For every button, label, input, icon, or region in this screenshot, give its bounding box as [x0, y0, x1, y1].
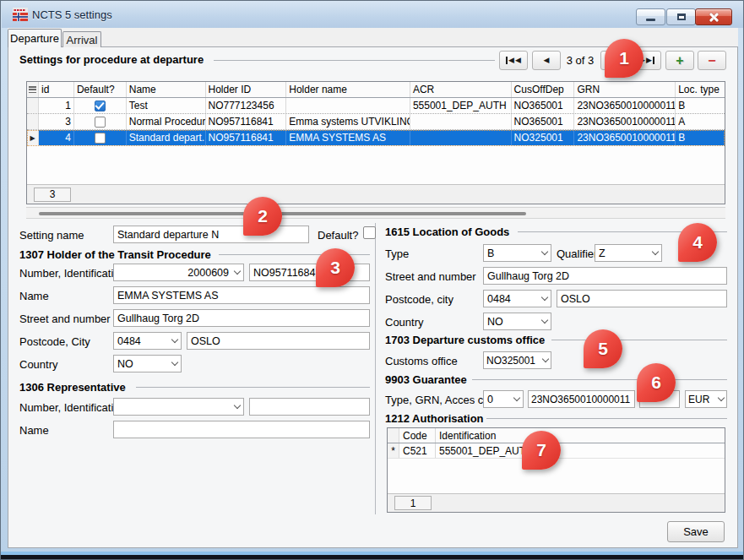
holder-number-combobox[interactable]: 2000609	[113, 264, 244, 281]
column-header-cusoffdep[interactable]: CusOffDep	[512, 82, 575, 97]
callout-badge-7: 7	[522, 431, 561, 470]
column-header-id[interactable]: id	[39, 82, 74, 97]
holder-name-input[interactable]: EMMA SYSTEMS AS	[113, 286, 370, 304]
rep-name-label: Name	[19, 424, 49, 437]
holder-street-label: Street and number	[19, 313, 111, 325]
chevron-down-icon	[652, 248, 659, 255]
row-marker-cell[interactable]	[27, 114, 39, 129]
holder-postcode-city-label: Postcode, City	[19, 335, 90, 348]
location-city-input[interactable]: OSLO	[557, 290, 727, 307]
callout-badge-2: 2	[243, 197, 282, 236]
horizontal-scrollbar[interactable]	[26, 207, 725, 219]
guarantee-type-combobox[interactable]: 0	[483, 390, 524, 408]
default-checkbox-unchecked[interactable]	[95, 117, 106, 128]
column-header-grn[interactable]: GRN	[574, 82, 676, 97]
chevron-down-icon	[513, 394, 520, 401]
guarantee-currency-combobox[interactable]: EUR	[685, 390, 727, 408]
record-count-box: 3	[34, 188, 71, 202]
default-checkbox-checked[interactable]	[95, 101, 106, 111]
grid-rows-icon	[29, 86, 36, 94]
customs-office-label: Customs office	[385, 355, 458, 367]
rep-identification-input[interactable]	[249, 398, 370, 416]
tab-departure[interactable]: Departure	[8, 29, 62, 47]
table-row-selected[interactable]: ▶ 4 Standard depart... NO957116841 EMMA …	[27, 130, 725, 146]
last-record-icon	[653, 57, 654, 64]
rep-name-input[interactable]	[113, 421, 370, 438]
column-header-loc-type[interactable]: Loc. type	[676, 82, 725, 97]
auth-corner-cell[interactable]	[388, 428, 399, 443]
callout-badge-3: 3	[316, 248, 355, 287]
holder-city-input[interactable]: OSLO	[187, 332, 370, 350]
close-icon	[709, 13, 719, 22]
setting-name-input[interactable]: Standard departure N	[113, 226, 309, 243]
chevron-down-icon	[542, 356, 549, 362]
holder-street-input[interactable]: Gullhaug Torg 2D	[113, 309, 370, 327]
grid-header-row: id Default? Name Holder ID Holder name A…	[27, 82, 725, 98]
group-title-departure-settings: Settings for procedure at departure	[19, 53, 204, 66]
minimize-button[interactable]	[636, 8, 665, 25]
remove-icon: −	[708, 53, 715, 68]
nav-add-button[interactable]: +	[665, 51, 694, 70]
scrollbar-thumb[interactable]	[39, 212, 526, 215]
maximize-button[interactable]	[666, 8, 696, 25]
tab-arrival[interactable]: Arrival	[62, 31, 101, 47]
titlebar[interactable]: NCTS 5 settings	[2, 1, 744, 28]
holder-country-label: Country	[19, 358, 58, 371]
row-marker-cell[interactable]	[27, 98, 39, 113]
holder-postcode-combobox[interactable]: 0484	[113, 332, 182, 350]
auth-table-footer: 1	[388, 493, 725, 512]
guarantee-grn-input[interactable]: 23NO3650010000011	[528, 390, 635, 408]
group-title-1615: 1615 Location of Goods	[385, 226, 509, 238]
table-row[interactable]: 1 Test NO777123456 555001_DEP_AUTH NO365…	[27, 98, 725, 114]
current-row-arrow-icon: ▶	[30, 134, 35, 142]
default-checkbox[interactable]	[363, 226, 376, 239]
chevron-down-icon	[171, 359, 178, 366]
grid-corner-cell[interactable]	[27, 82, 39, 97]
location-country-combobox[interactable]: NO	[483, 313, 551, 330]
nav-previous-button[interactable]: ◀	[532, 51, 561, 70]
chevron-down-icon	[541, 294, 548, 301]
column-header-default[interactable]: Default?	[74, 82, 127, 97]
nav-first-button[interactable]: ◀◀	[499, 51, 528, 70]
maximize-icon	[677, 14, 686, 20]
form-column-divider	[375, 223, 376, 514]
callout-badge-1: 1	[605, 39, 644, 78]
column-header-acr[interactable]: ACR	[410, 82, 512, 97]
column-header-name[interactable]: Name	[127, 82, 206, 97]
rep-number-combobox[interactable]	[113, 398, 244, 416]
location-postcode-combobox[interactable]: 0484	[483, 290, 551, 307]
nav-remove-button[interactable]: −	[698, 51, 726, 70]
record-position-label: 3 of 3	[562, 54, 599, 67]
column-header-holder-id[interactable]: Holder ID	[206, 82, 287, 97]
rep-number-id-label: Number, Identification	[19, 401, 126, 414]
group-line	[214, 60, 495, 61]
setting-name-label: Setting name	[19, 229, 84, 242]
row-marker-cell[interactable]: ▶	[27, 130, 39, 145]
app-icon	[13, 8, 28, 21]
holder-country-combobox[interactable]: NO	[113, 355, 182, 372]
column-header-holder-name[interactable]: Holder name	[286, 82, 410, 97]
settings-grid: id Default? Name Holder ID Holder name A…	[26, 81, 725, 204]
auth-column-identification[interactable]: Identification	[436, 428, 725, 443]
auth-column-code[interactable]: Code	[399, 428, 436, 443]
default-checkbox-unchecked[interactable]	[95, 133, 106, 144]
auth-record-count-box: 1	[394, 496, 432, 510]
previous-record-icon: ◀	[544, 57, 550, 64]
grid-footer: 3	[27, 184, 725, 204]
close-button[interactable]	[695, 8, 732, 25]
qualifier-combobox[interactable]: Z	[595, 244, 662, 262]
location-type-combobox[interactable]: B	[483, 244, 551, 262]
callout-badge-4: 4	[678, 223, 717, 262]
callout-badge-5: 5	[584, 329, 622, 368]
table-row[interactable]: 3 Normal Procedure NO957116841 Emma syst…	[27, 114, 725, 130]
group-title-1306: 1306 Representative	[19, 381, 126, 394]
chevron-down-icon	[234, 268, 241, 275]
bottom-edge-dark	[1, 555, 744, 560]
auth-row-marker: *	[388, 443, 399, 458]
save-button[interactable]: Save	[667, 521, 725, 542]
default-label: Default?	[318, 229, 358, 242]
chevron-down-icon	[171, 336, 178, 343]
location-street-input[interactable]: Gullhaug Torg 2D	[483, 267, 727, 285]
location-type-label: Type	[385, 247, 409, 260]
customs-office-combobox[interactable]: NO325001	[483, 351, 551, 369]
